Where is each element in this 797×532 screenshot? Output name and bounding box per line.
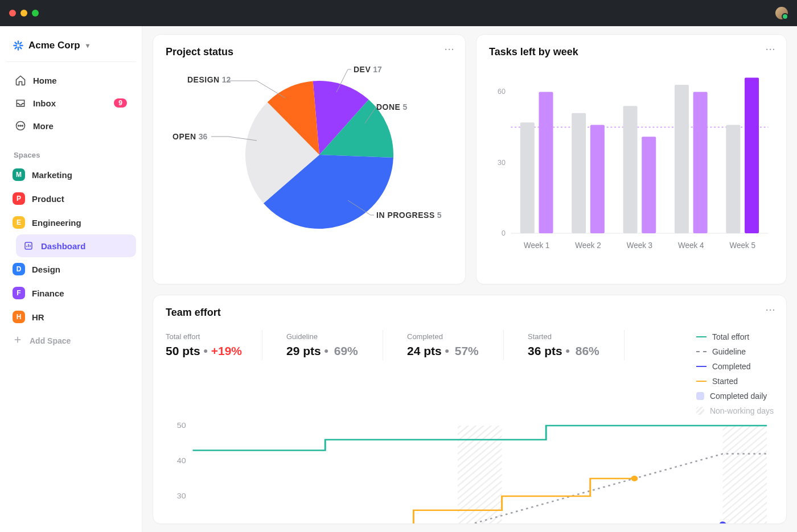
card-title: Tasks left by week <box>489 46 774 58</box>
pie-svg <box>240 75 399 234</box>
legend-completed-daily: Completed daily <box>696 391 774 401</box>
workspace-logo-icon <box>13 40 24 51</box>
nav-label: Inbox <box>33 98 56 108</box>
metric-guideline: Guideline 29 pts • 69% <box>286 330 383 360</box>
spaces-list: M Marketing P Product E Engineering Dash… <box>6 163 136 352</box>
add-space-button[interactable]: Add Space <box>6 329 136 352</box>
pie-label-open: OPEN36 <box>172 132 207 141</box>
space-label: Engineering <box>32 218 81 228</box>
legend-completed: Completed <box>696 362 774 371</box>
close-window-icon[interactable] <box>9 10 16 17</box>
space-finance[interactable]: F Finance <box>6 281 136 305</box>
svg-line-5 <box>20 47 22 49</box>
svg-text:Week 4: Week 4 <box>678 241 704 250</box>
space-badge-icon: P <box>13 192 25 205</box>
plus-icon <box>13 335 23 347</box>
inbox-icon <box>15 97 26 109</box>
svg-point-44 <box>631 476 638 481</box>
nav-more[interactable]: More <box>8 114 134 137</box>
home-icon <box>15 75 26 86</box>
primary-nav: Home Inbox 9 More <box>6 62 136 142</box>
card-tasks-week: Tasks left by week ··· 03060Week 1Week 2… <box>476 34 787 284</box>
nav-home[interactable]: Home <box>8 69 134 92</box>
svg-rect-21 <box>539 92 553 233</box>
svg-line-7 <box>15 47 17 49</box>
svg-text:Week 5: Week 5 <box>730 241 756 250</box>
space-hr[interactable]: H HR <box>6 305 136 329</box>
dashboard-icon <box>23 240 34 251</box>
svg-rect-27 <box>642 137 656 233</box>
space-badge-icon: M <box>13 168 25 181</box>
card-menu-button[interactable]: ··· <box>766 306 776 315</box>
inbox-badge: 9 <box>114 98 127 108</box>
space-product[interactable]: P Product <box>6 187 136 211</box>
space-design[interactable]: D Design <box>6 257 136 281</box>
card-project-status: Project status ··· DEV17 DONE5 IN PROGRE… <box>153 34 466 284</box>
card-title: Team effort <box>166 307 774 319</box>
svg-rect-33 <box>745 78 759 233</box>
pie-label-done: DONE5 <box>376 102 407 112</box>
nav-inbox[interactable]: Inbox 9 <box>8 92 134 114</box>
svg-text:Week 2: Week 2 <box>575 241 601 250</box>
svg-text:0: 0 <box>502 229 506 237</box>
window-controls[interactable] <box>9 10 39 17</box>
legend-started: Started <box>696 377 774 386</box>
card-menu-button[interactable]: ··· <box>766 45 776 54</box>
card-team-effort: Team effort ··· Total effort 50 pts • +1… <box>153 295 787 524</box>
bar-chart: 03060Week 1Week 2Week 3Week 4Week 5 <box>489 63 774 256</box>
metric-completed: Completed 24 pts • 57% <box>407 330 504 360</box>
effort-legend: Total effort Guideline Completed Started… <box>696 330 774 415</box>
main-content: Project status ··· DEV17 DONE5 IN PROGRE… <box>142 26 797 532</box>
legend-guideline: Guideline <box>696 347 774 356</box>
svg-text:60: 60 <box>498 87 506 96</box>
svg-rect-30 <box>693 92 708 233</box>
space-dashboard[interactable]: Dashboard <box>16 234 136 257</box>
metric-started: Started 36 pts • 86% <box>528 330 625 360</box>
svg-rect-24 <box>590 125 605 233</box>
svg-point-9 <box>18 125 19 126</box>
pie-chart: DEV17 DONE5 IN PROGRESS5 OPEN36 DESIGN12 <box>166 58 453 246</box>
titlebar <box>0 0 797 26</box>
svg-point-10 <box>20 125 21 126</box>
workspace-switcher[interactable]: Acme Corp ▾ <box>6 36 136 62</box>
space-label: Product <box>32 194 64 204</box>
space-label: Design <box>32 265 60 274</box>
workspace-name: Acme Corp <box>28 40 80 51</box>
legend-nonworking: Non-working days <box>696 406 774 415</box>
effort-chart: 20304050 <box>166 422 774 524</box>
more-icon <box>15 120 26 131</box>
pie-label-dev: DEV17 <box>354 65 382 74</box>
svg-line-6 <box>20 43 22 44</box>
svg-text:40: 40 <box>177 457 186 465</box>
svg-text:Week 1: Week 1 <box>524 241 549 250</box>
svg-point-11 <box>22 125 23 126</box>
card-title: Project status <box>166 46 453 58</box>
svg-rect-23 <box>572 113 586 233</box>
pie-label-design: DESIGN12 <box>187 75 231 84</box>
avatar[interactable] <box>775 7 788 19</box>
fullscreen-window-icon[interactable] <box>32 10 39 17</box>
metric-total: Total effort 50 pts • +19% <box>166 330 262 360</box>
space-badge-icon: E <box>13 216 25 229</box>
svg-rect-20 <box>520 122 535 233</box>
space-engineering[interactable]: E Engineering <box>6 211 136 234</box>
space-badge-icon: F <box>13 287 25 299</box>
pie-label-inprogress: IN PROGRESS5 <box>376 211 442 220</box>
svg-rect-26 <box>623 106 638 233</box>
space-label: Marketing <box>32 170 72 180</box>
minimize-window-icon[interactable] <box>20 10 27 17</box>
space-badge-icon: D <box>13 263 25 275</box>
space-marketing[interactable]: M Marketing <box>6 163 136 187</box>
sidebar: Acme Corp ▾ Home Inbox 9 More <box>0 26 142 532</box>
card-menu-button[interactable]: ··· <box>445 45 455 54</box>
svg-rect-29 <box>675 85 689 233</box>
svg-text:30: 30 <box>498 158 506 166</box>
svg-rect-38 <box>723 426 767 524</box>
svg-rect-32 <box>726 125 740 233</box>
add-space-label: Add Space <box>30 336 71 345</box>
chevron-down-icon: ▾ <box>86 42 89 50</box>
metrics-row: Total effort 50 pts • +19% Guideline 29 … <box>166 330 774 415</box>
svg-text:30: 30 <box>177 492 186 500</box>
space-label: HR <box>32 312 44 322</box>
nav-label: Home <box>33 76 57 85</box>
